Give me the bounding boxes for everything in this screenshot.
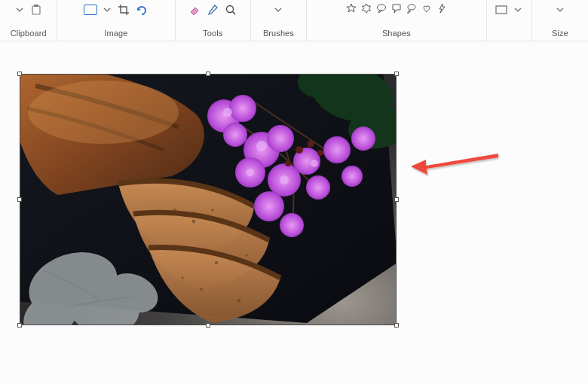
brushes-label: Brushes — [263, 27, 294, 38]
svg-point-28 — [229, 95, 256, 122]
eraser-icon[interactable] — [188, 3, 201, 17]
svg-point-39 — [341, 166, 363, 187]
outline-dropdown[interactable] — [513, 7, 523, 13]
resize-handle-nw[interactable] — [17, 72, 22, 76]
svg-point-5 — [408, 5, 415, 10]
ribbon-group-shapes: Shapes — [307, 0, 487, 41]
paste-icon[interactable] — [29, 3, 43, 17]
svg-point-45 — [311, 160, 318, 167]
size-label: Size — [552, 27, 568, 38]
svg-rect-0 — [32, 6, 40, 14]
resize-handle-ne[interactable] — [394, 72, 399, 76]
resize-handle-se[interactable] — [394, 323, 399, 328]
svg-point-47 — [308, 141, 314, 148]
svg-point-2 — [227, 6, 234, 13]
svg-point-36 — [254, 191, 284, 221]
svg-rect-8 — [496, 6, 507, 14]
paste-dropdown[interactable] — [14, 7, 25, 13]
shape-thought[interactable] — [406, 2, 418, 14]
shape-speech-oval[interactable] — [375, 2, 387, 14]
svg-point-41 — [223, 108, 232, 117]
svg-point-18 — [177, 246, 180, 249]
shapes-label: Shapes — [382, 27, 411, 38]
annotation-arrow — [409, 149, 500, 173]
tools-label: Tools — [203, 27, 222, 38]
ribbon-group-size: Size — [532, 0, 588, 41]
ribbon-group-image: Image — [57, 0, 175, 41]
shape-star5[interactable] — [345, 2, 357, 14]
ribbon-group-clipboard: Clipboard — [0, 0, 57, 41]
selected-image[interactable] — [20, 74, 397, 325]
shape-heart[interactable] — [421, 2, 433, 14]
ribbon-group-brushes: Brushes — [251, 0, 307, 41]
resize-handle-e[interactable] — [394, 197, 399, 202]
svg-point-7 — [407, 12, 408, 13]
svg-point-16 — [192, 220, 196, 224]
svg-point-19 — [215, 261, 218, 264]
svg-point-37 — [280, 213, 304, 237]
svg-point-4 — [377, 5, 385, 11]
svg-point-14 — [28, 81, 179, 144]
ribbon-group-tools: Tools — [176, 0, 251, 41]
svg-point-17 — [211, 209, 214, 212]
svg-point-38 — [323, 136, 351, 163]
svg-point-31 — [267, 125, 294, 152]
resize-handle-w[interactable] — [17, 197, 22, 202]
resize-handle-sw[interactable] — [17, 323, 22, 328]
svg-point-23 — [181, 276, 183, 279]
svg-point-35 — [306, 175, 330, 200]
ribbon-group-shape-style — [487, 0, 532, 41]
select-tool[interactable] — [84, 5, 97, 15]
svg-point-46 — [296, 146, 303, 154]
canvas[interactable] — [0, 41, 588, 384]
svg-point-29 — [223, 123, 247, 147]
crop-icon[interactable] — [117, 3, 130, 17]
resize-handle-n[interactable] — [206, 72, 210, 76]
color-picker-icon[interactable] — [206, 3, 219, 17]
shape-lightning[interactable] — [436, 2, 448, 14]
rotate-icon[interactable] — [135, 3, 149, 17]
outline-icon[interactable] — [495, 3, 508, 17]
svg-point-40 — [351, 126, 375, 151]
clipboard-label: Clipboard — [11, 27, 47, 38]
resize-handle-s[interactable] — [206, 323, 210, 328]
svg-point-49 — [285, 160, 291, 166]
shape-speech-rect[interactable] — [390, 2, 403, 14]
ribbon-toolbar: Clipboard Image — [0, 0, 588, 41]
svg-line-3 — [233, 12, 236, 15]
shapes-gallery[interactable] — [345, 2, 448, 14]
photo-content — [20, 75, 396, 325]
shape-style-label — [508, 27, 510, 38]
brushes-dropdown[interactable] — [273, 7, 283, 13]
svg-point-48 — [317, 150, 323, 156]
svg-rect-1 — [34, 5, 38, 7]
shape-star6[interactable] — [360, 2, 372, 14]
image-label: Image — [104, 27, 127, 38]
svg-point-44 — [247, 169, 254, 176]
magnifier-icon[interactable] — [224, 3, 237, 17]
svg-point-42 — [256, 141, 267, 151]
svg-point-43 — [280, 175, 289, 184]
svg-point-20 — [245, 254, 247, 256]
svg-point-15 — [173, 209, 176, 212]
svg-point-22 — [237, 299, 241, 303]
svg-point-21 — [200, 288, 203, 291]
svg-point-6 — [409, 11, 410, 12]
select-dropdown[interactable] — [102, 7, 112, 13]
size-dropdown[interactable] — [555, 7, 565, 13]
